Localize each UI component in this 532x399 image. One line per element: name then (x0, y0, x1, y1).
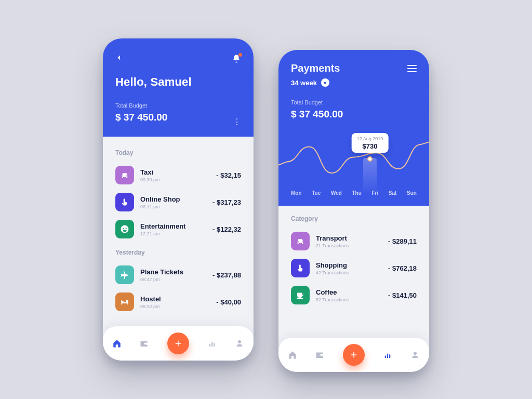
chart-point-marker (367, 156, 373, 162)
transaction-name: Online Shop (140, 195, 212, 203)
transaction-row[interactable]: Online Shop 06:11 pm - $317,23 (115, 189, 241, 216)
tooltip-value: $730 (357, 142, 383, 150)
chevron-down-icon: ▾ (321, 78, 329, 87)
bottom-nav-2 (278, 338, 429, 372)
category-row[interactable]: Transport 21 Transactions - $289,11 (291, 228, 417, 255)
transaction-row[interactable]: Entertainment 12:21 am - $122,32 (115, 216, 241, 243)
transaction-amount: - $122,32 (212, 225, 241, 233)
transaction-amount: - $32,15 (216, 171, 241, 179)
nav-wallet-icon[interactable] (139, 338, 150, 349)
axis-day: Sun (407, 190, 417, 196)
axis-day: Sat (389, 190, 397, 196)
payments-title: Payments (291, 62, 340, 74)
category-sub: 82 Transactions (316, 297, 388, 302)
chart-x-axis: MonTueWedThuFriSatSun (278, 190, 429, 202)
category-name: Shopping (316, 261, 388, 269)
screen-payments: Payments 34 week ▾ Total Budget $ 37 450… (278, 50, 429, 372)
transaction-sub: 08:47 pm (140, 277, 212, 282)
section-yesterday: Yesterday (115, 249, 241, 256)
menu-icon[interactable] (407, 65, 417, 72)
transaction-amount: - $40,00 (216, 298, 241, 306)
nav-home-icon[interactable] (287, 350, 298, 360)
transaction-amount: - $237,88 (212, 271, 241, 279)
transaction-row[interactable]: Plane Tickets 08:47 pm - $237,88 (115, 261, 241, 288)
section-today: Today (115, 149, 241, 156)
transaction-name: Taxi (140, 168, 216, 176)
chart-tooltip: 12 Aug 2019 $730 (352, 133, 389, 153)
category-amount: - $289,11 (388, 237, 417, 245)
category-name: Transport (316, 234, 388, 242)
bed-icon (115, 292, 134, 311)
transaction-name: Entertainment (140, 222, 212, 230)
plane-icon (115, 265, 134, 284)
budget-label: Total Budget (115, 102, 167, 109)
more-menu-icon[interactable]: ⋮ (233, 121, 241, 123)
category-amount: - $762,18 (388, 264, 417, 272)
nav-home-icon[interactable] (112, 338, 122, 349)
week-label: 34 week (291, 79, 317, 87)
nav-wallet-icon[interactable] (315, 350, 325, 360)
fab-add-button[interactable] (167, 332, 189, 354)
car-icon (291, 232, 310, 250)
tap-icon (115, 193, 134, 211)
axis-day: Wed (331, 190, 342, 196)
greeting: Hello, Samuel (115, 75, 241, 89)
category-heading: Category (291, 215, 417, 222)
nav-profile-icon[interactable] (410, 350, 420, 360)
cup-icon (291, 286, 310, 304)
budget-value-2: $ 37 450.00 (291, 109, 417, 120)
categories-panel: Category Transport 21 Transactions - $28… (278, 206, 429, 338)
budget-value: $ 37 450.00 (115, 112, 167, 123)
transaction-sub: 05:32 pm (140, 304, 216, 309)
category-row[interactable]: Shopping 42 Transactions - $762,18 (291, 255, 417, 282)
week-selector[interactable]: 34 week ▾ (291, 78, 417, 87)
payments-header: Payments 34 week ▾ Total Budget $ 37 450… (278, 50, 429, 211)
weekly-chart: 12 Aug 2019 $730 MonTueWedThuFriSatSun (278, 133, 429, 211)
budget-label-2: Total Budget (291, 99, 417, 105)
transaction-sub: 12:21 am (140, 231, 212, 236)
transaction-amount: - $317,23 (212, 198, 241, 206)
smile-icon (115, 220, 134, 238)
fab-add-button[interactable] (343, 344, 365, 366)
transaction-name: Hostel (140, 295, 216, 303)
category-amount: - $141,50 (388, 291, 417, 299)
nav-profile-icon[interactable] (234, 338, 245, 349)
transaction-row[interactable]: Hostel 05:32 pm - $40,00 (115, 288, 241, 315)
bell-icon[interactable] (232, 54, 241, 63)
category-row[interactable]: Coffee 82 Transactions - $141,50 (291, 282, 417, 309)
transaction-sub: 09:30 pm (140, 177, 216, 182)
nav-stats-icon[interactable] (382, 350, 393, 360)
transactions-list: Today Taxi 09:30 pm - $32,15 Online Shop… (103, 137, 254, 326)
transaction-name: Plane Tickets (140, 268, 212, 276)
tap-icon (291, 259, 310, 277)
back-button[interactable] (115, 53, 123, 64)
axis-day: Tue (312, 190, 321, 196)
transaction-row[interactable]: Taxi 09:30 pm - $32,15 (115, 162, 241, 189)
axis-day: Fri (371, 190, 378, 196)
transaction-sub: 06:11 pm (140, 204, 212, 209)
category-sub: 42 Transactions (316, 270, 388, 275)
home-header: Hello, Samuel Total Budget $ 37 450.00 ⋮ (103, 38, 254, 137)
axis-day: Mon (291, 190, 302, 196)
nav-stats-icon[interactable] (207, 338, 217, 349)
category-name: Coffee (316, 288, 388, 296)
tooltip-date: 12 Aug 2019 (357, 136, 383, 141)
chart-highlight-glow (363, 158, 377, 194)
screen-home: Hello, Samuel Total Budget $ 37 450.00 ⋮… (103, 38, 254, 361)
car-icon (115, 166, 134, 184)
bottom-nav (103, 326, 254, 361)
category-sub: 21 Transactions (316, 243, 388, 248)
axis-day: Thu (352, 190, 361, 196)
